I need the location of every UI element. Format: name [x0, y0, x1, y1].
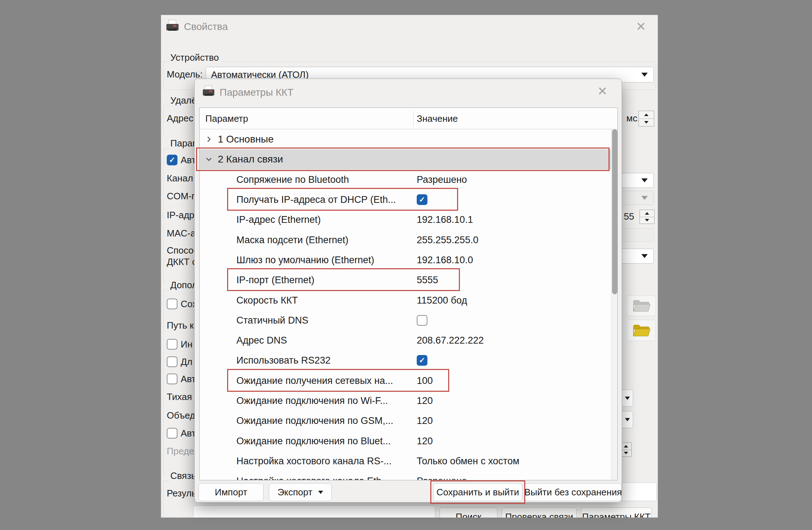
folder-icon: [632, 299, 651, 313]
param-value: 255.255.255.0: [417, 234, 478, 245]
search-button[interactable]: Поиск: [440, 508, 497, 518]
table-row[interactable]: Сопряжение по Bluetooth Разрешено: [200, 170, 611, 190]
table-row[interactable]: Ожидание подключения по Bluet... 120: [200, 431, 611, 451]
value-checkbox[interactable]: [417, 355, 427, 366]
table-rows: 1 Основные 2 Канал связи Сопряжение по B…: [200, 129, 611, 480]
table-row[interactable]: Статичный DNS: [200, 310, 611, 330]
param-label: IP-адрес (Ethernet): [236, 214, 321, 225]
close-icon[interactable]: ✕: [595, 83, 610, 99]
group-row-label: 2 Канал связи: [218, 154, 283, 165]
model-label: Модель:: [167, 69, 203, 80]
down-chevron-icon[interactable]: [205, 155, 213, 163]
value-spinner[interactable]: [640, 210, 655, 224]
label-fragment: Адрес: [167, 113, 193, 124]
chevron-down-icon: [641, 196, 648, 200]
column-separator: [413, 111, 413, 126]
check-connection-button[interactable]: Проверка связи: [502, 508, 577, 518]
checkbox-unchecked[interactable]: [167, 339, 177, 350]
param-label: Сопряжение по Bluetooth: [236, 174, 349, 185]
table-row[interactable]: Ожидание подключения по Wi-F... 120: [200, 391, 611, 411]
param-value: 120: [417, 395, 433, 406]
checkbox-unchecked[interactable]: [167, 356, 177, 367]
chevron-down-icon: [641, 73, 648, 77]
param-label: Ожидание подключения по Wi-F...: [236, 395, 388, 406]
import-button-label: Импорт: [215, 487, 247, 498]
value-checkbox[interactable]: [417, 315, 427, 326]
import-button[interactable]: Импорт: [199, 483, 264, 501]
param-label: Использовать RS232: [236, 355, 331, 366]
folder-browse-button-disabled: [627, 295, 656, 316]
table-row[interactable]: Использовать RS232: [200, 350, 611, 370]
table-row[interactable]: Адрес DNS 208.67.222.222: [200, 330, 611, 350]
scrollbar-thumb[interactable]: [612, 129, 617, 294]
table-row[interactable]: IP-адрес (Ethernet) 192.168.10.1: [200, 210, 611, 230]
param-label: Адрес DNS: [236, 335, 287, 346]
checkbox-unchecked[interactable]: [167, 428, 177, 439]
checkbox-label-fragment: Авт: [181, 374, 196, 384]
folder-browse-button[interactable]: [627, 320, 656, 341]
checkbox-label-fragment: Авт: [181, 428, 196, 439]
param-label: Скорость ККТ: [236, 295, 298, 306]
check-connection-label: Проверка связи: [505, 511, 573, 518]
param-label: Ожидание подключения по GSM,...: [236, 415, 394, 426]
spin-down-icon[interactable]: [621, 450, 631, 457]
right-chevron-icon[interactable]: [205, 135, 213, 143]
kkt-parameters-button[interactable]: Параметры ККТ: [581, 508, 652, 518]
table-row[interactable]: Скорость ККТ 115200 бод: [200, 290, 611, 310]
param-value: 120: [417, 435, 433, 446]
checkbox-label-fragment: Ин: [181, 339, 192, 350]
tree-group-row[interactable]: 1 Основные: [200, 129, 611, 149]
label-fragment: ДККТ с: [167, 256, 197, 267]
folder-icon: [632, 323, 651, 338]
result-field[interactable]: [193, 505, 435, 518]
table-row[interactable]: Шлюз по умолчанию (Ethernet) 192.168.10.…: [200, 250, 611, 270]
chevron-down-icon: [625, 418, 630, 421]
table-row[interactable]: Ожидание подключения по GSM,... 120: [200, 411, 611, 431]
spin-up-icon[interactable]: [639, 111, 654, 119]
exit-without-saving-button[interactable]: Выйти без сохранения: [525, 483, 622, 501]
export-button[interactable]: Экспорт: [269, 483, 332, 501]
table-row-clipped[interactable]: Настройка хостового канала Eth... Разреш…: [200, 471, 611, 480]
param-label: Статичный DNS: [236, 315, 308, 326]
param-label: Маска подсети (Ethernet): [236, 234, 349, 245]
label-fragment: Путь к: [167, 320, 194, 331]
table-row[interactable]: IP-порт (Ethernet) 5555: [200, 270, 611, 290]
window-title: Свойства: [184, 21, 228, 32]
ms-spinner[interactable]: [638, 111, 654, 126]
value-checkbox[interactable]: [417, 194, 427, 205]
save-and-exit-button[interactable]: Сохранить и выйти: [433, 483, 522, 501]
param-label: Ожидание получения сетевых на...: [236, 375, 393, 386]
spin-value: 55: [624, 211, 634, 222]
checkbox-unchecked[interactable]: [167, 299, 177, 309]
table-row[interactable]: Маска подсети (Ethernet) 255.255.255.0: [200, 230, 611, 250]
label-fragment: Канал: [167, 173, 193, 184]
kkt-parameters-dialog: Параметры ККТ ✕ Параметр Значение 1 Осно…: [194, 79, 622, 502]
param-value: 208.67.222.222: [417, 335, 484, 346]
table-row[interactable]: Настройка хостового канала RS-... Только…: [200, 451, 611, 471]
chevron-down-icon: [625, 397, 630, 400]
param-value: 192.168.10.1: [417, 214, 473, 225]
spin-up-icon[interactable]: [640, 210, 654, 217]
table-header: Параметр Значение: [200, 108, 617, 129]
param-value: Только обмен с хостом: [417, 455, 520, 466]
param-label: Шлюз по умолчанию (Ethernet): [236, 254, 374, 265]
label-fragment: Резуль: [167, 488, 196, 499]
checkbox-checked[interactable]: [167, 155, 177, 165]
table-row[interactable]: Получать IP-адреса от DHCP (Eth...: [200, 190, 611, 210]
printer-icon: [166, 20, 180, 34]
spin-down-icon[interactable]: [639, 119, 654, 126]
spin-down-icon[interactable]: [640, 217, 654, 224]
label-fragment: COM-п: [167, 191, 196, 201]
save-and-exit-label: Сохранить и выйти: [436, 487, 519, 498]
close-icon[interactable]: ✕: [633, 19, 649, 34]
ms-unit-label: мс.: [626, 113, 640, 124]
spin-up-icon[interactable]: [621, 443, 631, 450]
device-group-label: Устройство: [170, 52, 222, 63]
vertical-scrollbar[interactable]: [611, 129, 618, 480]
tree-group-row-selected[interactable]: 2 Канал связи: [200, 149, 611, 169]
param-label: IP-порт (Ethernet): [236, 275, 314, 286]
dialog-title: Параметры ККТ: [220, 87, 294, 98]
export-button-label: Экспорт: [277, 487, 312, 498]
checkbox-unchecked[interactable]: [167, 374, 177, 384]
table-row[interactable]: Ожидание получения сетевых на... 100: [200, 371, 611, 391]
